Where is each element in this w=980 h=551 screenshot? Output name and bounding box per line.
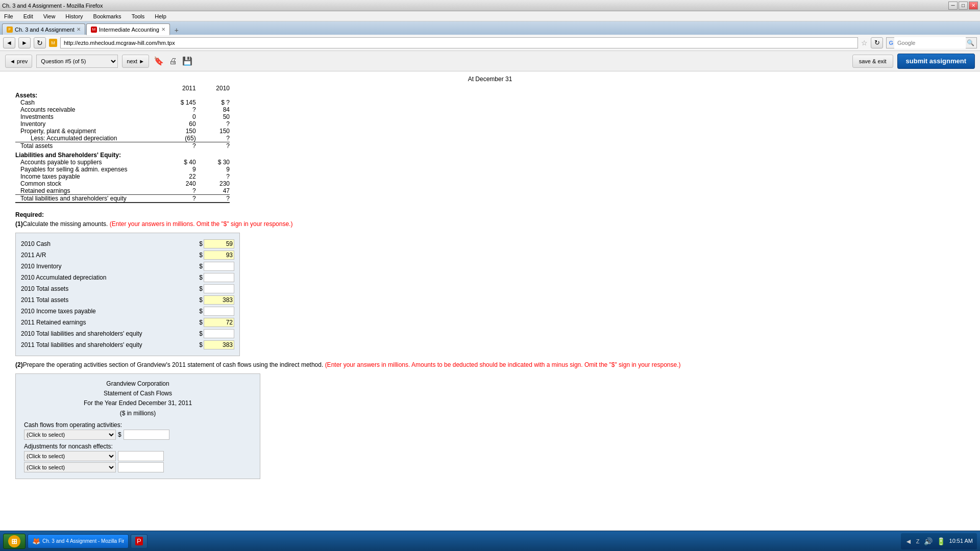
firefox-icon: 🦊: [32, 537, 40, 545]
tab-close-ch3[interactable]: ✕: [77, 27, 81, 32]
bookmark-tool-icon[interactable]: 🔖: [153, 56, 164, 67]
volume-icon: 🔋: [937, 537, 945, 545]
menu-tools[interactable]: Tools: [130, 12, 147, 20]
answer-row-2010totalassets: 2010 Total assets $: [21, 283, 234, 294]
taskbar-powerpoint[interactable]: P: [131, 534, 148, 548]
address-bar: ◄ ► ↻ M ☆ ↻ G 🔍: [0, 35, 980, 51]
answer-row-2010accdep: 2010 Accumulated depreciation $: [21, 272, 234, 283]
q2-text: (2)Prepare the operating activities sect…: [15, 361, 965, 368]
zotero-icon: Z: [916, 538, 920, 544]
table-row: Common stock 240 230: [15, 180, 230, 187]
close-button[interactable]: ✕: [969, 2, 978, 10]
reload-btn2[interactable]: ↻: [871, 37, 883, 48]
cf-company: Grandview Corporation Statement of Cash …: [24, 379, 252, 418]
required-title: Required:: [15, 211, 965, 218]
cf-input-3[interactable]: [118, 462, 164, 472]
table-row: Less: Accumulated depreciation (65) ?: [15, 135, 230, 142]
taskbar-firefox[interactable]: 🦊 Ch. 3 and 4 Assignment - Mozilla Fire.…: [28, 534, 129, 548]
table-row: Payables for selling & admin. expenses 9…: [15, 166, 230, 173]
input-2010incometax[interactable]: [204, 307, 234, 316]
answer-row-2011retained: 2011 Retained earnings $: [21, 317, 234, 328]
title-bar: Ch. 3 and 4 Assignment - Mozilla Firefox…: [0, 0, 980, 11]
input-2010accdep[interactable]: [204, 273, 234, 282]
arrow-icon: ◄: [905, 537, 912, 545]
menu-bookmarks[interactable]: Bookmarks: [91, 12, 124, 20]
cf-dropdown-2[interactable]: (Click to select): [24, 451, 116, 461]
table-row: Accounts receivable ? 84: [15, 106, 230, 113]
submit-assignment-button[interactable]: submit assignment: [897, 54, 975, 69]
col-2011: 2011: [162, 85, 195, 92]
cf-input-1[interactable]: [124, 430, 169, 440]
tab-favicon-ch3: F: [7, 27, 13, 33]
answer-row-2010totalle: 2010 Total liabilities and shareholders'…: [21, 328, 234, 339]
minimize-button[interactable]: ─: [948, 2, 958, 10]
total-assets-row: Total assets ? ?: [15, 142, 230, 150]
table-row: Income taxes payable 22 ?: [15, 173, 230, 180]
cf-input-2[interactable]: [118, 451, 164, 461]
toolbar-icons: 🔖 🖨 💾: [153, 56, 193, 67]
table-row: Accounts payable to suppliers $ 40 $ 30: [15, 159, 230, 166]
answer-row-2010cash: 2010 Cash $: [21, 238, 234, 249]
cash-flow-box: Grandview Corporation Statement of Cash …: [15, 373, 260, 479]
input-2010cash[interactable]: [204, 239, 234, 248]
reload-button[interactable]: ↻: [34, 37, 46, 48]
liabilities-title: Liabilities and Shareholders' Equity:: [15, 149, 230, 159]
cf-section1: Cash flows from operating activities:: [24, 421, 252, 429]
answer-row-2011ar: 2011 A/R $: [21, 249, 234, 261]
input-2010totalle[interactable]: [204, 329, 234, 338]
tab-intermediate[interactable]: M Intermediate Accounting ✕: [86, 23, 170, 35]
window-controls: ─ □ ✕: [948, 2, 978, 10]
cf-row-2: (Click to select): [24, 451, 252, 461]
table-row: Investments 0 50: [15, 113, 230, 120]
menu-file[interactable]: File: [2, 12, 15, 20]
prev-button[interactable]: ◄ prev: [5, 55, 32, 68]
google-search-input[interactable]: [894, 37, 966, 48]
cf-row-1: (Click to select) $: [24, 430, 252, 440]
answer-row-2010inventory: 2010 Inventory $: [21, 261, 234, 272]
q1-instruction: (Enter your answers in millions. Omit th…: [110, 220, 293, 228]
q2-prefix: (2): [15, 361, 23, 368]
cf-dropdown-3[interactable]: (Click to select): [24, 462, 116, 472]
next-button[interactable]: next ►: [122, 55, 149, 68]
input-2011retained[interactable]: [204, 318, 234, 327]
menu-bar: File Edit View History Bookmarks Tools H…: [0, 11, 980, 21]
network-icon: 🔊: [924, 537, 933, 545]
tab-favicon-intermediate: M: [91, 27, 97, 33]
url-input[interactable]: [60, 37, 858, 48]
cf-dropdown-1[interactable]: (Click to select): [24, 430, 116, 440]
table-row: Retained earnings ? 47: [15, 187, 230, 195]
print-icon[interactable]: 🖨: [167, 56, 179, 67]
question-selector[interactable]: Question #5 (of 5): [36, 55, 118, 68]
menu-view[interactable]: View: [41, 12, 58, 20]
save-icon[interactable]: 💾: [182, 56, 193, 67]
balance-sheet: At December 31 2011 2010 Assets: Cash $ …: [15, 76, 965, 203]
input-2010inventory[interactable]: [204, 262, 234, 271]
assets-title: Assets:: [15, 92, 230, 99]
menu-history[interactable]: History: [63, 12, 85, 20]
menu-edit[interactable]: Edit: [21, 12, 35, 20]
tab-ch3[interactable]: F Ch. 3 and 4 Assignment ✕: [2, 23, 85, 35]
maximize-button[interactable]: □: [959, 2, 968, 10]
answer-row-2010incometax: 2010 Income taxes payable $: [21, 306, 234, 317]
back-button[interactable]: ◄: [3, 37, 15, 48]
menu-help[interactable]: Help: [153, 12, 168, 20]
save-exit-button[interactable]: save & exit: [852, 55, 893, 68]
new-tab-button[interactable]: +: [171, 26, 182, 35]
tab-close-intermediate[interactable]: ✕: [161, 27, 165, 32]
input-2011totalle[interactable]: [204, 340, 234, 349]
col-2010: 2010: [196, 85, 230, 92]
table-row: Cash $ 145 $ ?: [15, 99, 230, 106]
start-button[interactable]: ⊞: [3, 534, 26, 549]
input-2010totalassets[interactable]: [204, 284, 234, 293]
tab-bar: F Ch. 3 and 4 Assignment ✕ M Intermediat…: [0, 21, 980, 35]
total-liabilities-row: Total liabilities and shareholders' equi…: [15, 195, 230, 203]
system-tray: ◄ Z 🔊 🔋 10:51 AM: [901, 533, 977, 549]
input-2011ar[interactable]: [204, 251, 234, 260]
page-favicon: M: [49, 39, 57, 47]
table-row: Inventory 60 ?: [15, 120, 230, 128]
search-icon[interactable]: 🔍: [967, 39, 974, 46]
input-2011totalassets[interactable]: [204, 295, 234, 305]
forward-button[interactable]: ►: [18, 37, 31, 48]
cf-section2: Adjustments for noncash effects:: [24, 443, 252, 450]
bookmark-icon[interactable]: ☆: [861, 39, 868, 47]
